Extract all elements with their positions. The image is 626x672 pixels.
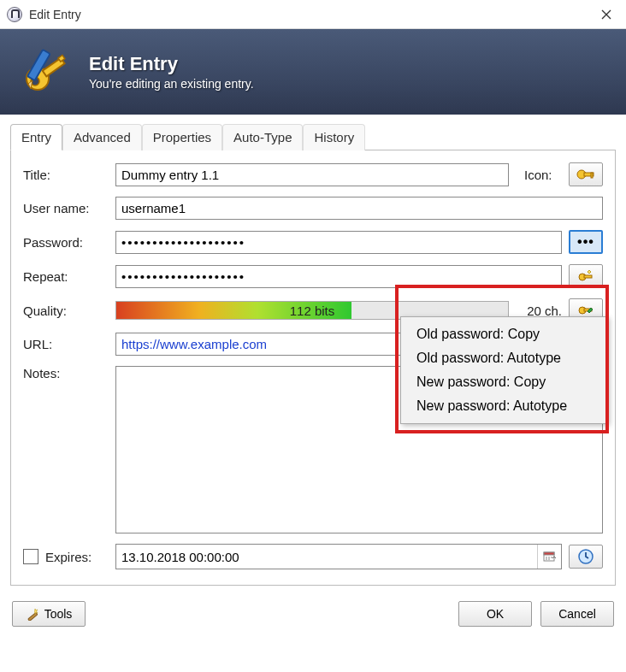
titlebar: Edit Entry	[0, 0, 626, 29]
label-url: URL:	[23, 337, 115, 351]
menu-new-password-autotype[interactable]: New password: Autotype	[401, 394, 607, 418]
menu-new-password-copy[interactable]: New password: Copy	[401, 370, 607, 394]
svg-rect-8	[591, 173, 593, 178]
label-repeat: Repeat:	[23, 269, 115, 284]
tab-properties[interactable]: Properties	[142, 124, 222, 150]
label-notes: Notes:	[23, 366, 115, 380]
footer: Tools OK Cancel	[0, 592, 626, 635]
password-tool-menu: Old password: Copy Old password: Autotyp…	[400, 316, 608, 424]
password-input[interactable]	[115, 231, 562, 254]
content-area: Entry Advanced Properties Auto-Type Hist…	[0, 115, 626, 592]
svg-rect-3	[58, 56, 65, 62]
expires-checkbox[interactable]	[23, 549, 38, 564]
icon-picker-button[interactable]	[569, 162, 603, 186]
window-title: Edit Entry	[29, 8, 587, 21]
menu-old-password-copy[interactable]: Old password: Copy	[401, 322, 607, 346]
expires-calendar-dropdown[interactable]	[537, 545, 561, 569]
label-quality: Quality:	[23, 304, 115, 318]
svg-rect-16	[27, 612, 37, 621]
label-password: Password:	[23, 235, 115, 250]
label-expires: Expires:	[45, 550, 92, 564]
menu-old-password-autotype[interactable]: Old password: Autotype	[401, 346, 607, 370]
wand-icon	[26, 607, 39, 621]
app-lock-icon	[7, 7, 22, 22]
close-button[interactable]	[587, 0, 626, 29]
banner: Edit Entry You're editing an existing en…	[0, 29, 626, 115]
expires-input[interactable]	[116, 545, 537, 569]
generate-password-button[interactable]	[569, 264, 603, 288]
cancel-button[interactable]: Cancel	[540, 601, 614, 627]
svg-rect-10	[584, 275, 592, 278]
tab-advanced[interactable]: Advanced	[62, 124, 142, 150]
label-icon: Icon:	[524, 168, 562, 182]
banner-heading: Edit Entry	[89, 53, 254, 75]
username-input[interactable]	[115, 197, 603, 220]
repeat-password-input[interactable]	[115, 265, 562, 288]
quality-bits: 112 bits	[116, 304, 508, 318]
banner-subheading: You're editing an existing entry.	[89, 77, 254, 91]
label-username: User name:	[23, 201, 115, 215]
dots-icon: •••	[577, 234, 594, 250]
svg-rect-14	[544, 552, 554, 555]
title-input[interactable]	[115, 163, 509, 186]
ok-button[interactable]: OK	[458, 601, 532, 627]
key-pencil-icon	[19, 44, 74, 99]
tab-autotype[interactable]: Auto-Type	[222, 124, 303, 150]
tab-history[interactable]: History	[303, 124, 365, 150]
label-title: Title:	[23, 168, 115, 182]
quality-chars: 20 ch.	[516, 304, 562, 318]
tools-button-label: Tools	[44, 607, 73, 621]
toggle-password-visibility-button[interactable]: •••	[569, 230, 603, 254]
tab-entry[interactable]: Entry	[10, 124, 62, 150]
expires-preset-button[interactable]	[569, 545, 603, 569]
tab-strip: Entry Advanced Properties Auto-Type Hist…	[10, 123, 616, 150]
tools-button[interactable]: Tools	[12, 601, 86, 627]
